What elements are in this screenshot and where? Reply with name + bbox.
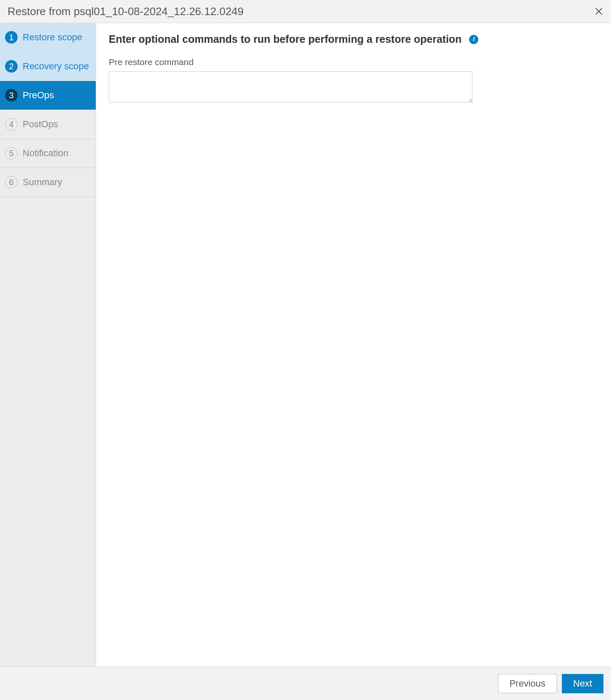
content-heading-row: Enter optional commands to run before pe… [109, 33, 598, 45]
dialog-header: Restore from psql01_10-08-2024_12.26.12.… [0, 0, 611, 23]
wizard-footer: Previous Next [0, 666, 611, 700]
step-label: Summary [23, 177, 62, 188]
pre-restore-command-label: Pre restore command [109, 57, 598, 67]
step-number-badge: 2 [5, 60, 18, 73]
dialog-title: Restore from psql01_10-08-2024_12.26.12.… [8, 5, 244, 18]
step-number-badge: 5 [5, 147, 18, 160]
step-number-badge: 1 [5, 31, 18, 44]
dialog-body: 1 Restore scope 2 Recovery scope 3 PreOp… [0, 23, 611, 666]
wizard-step-preops[interactable]: 3 PreOps [0, 81, 96, 110]
step-number-badge: 3 [5, 89, 18, 102]
step-number-badge: 4 [5, 118, 18, 131]
step-label: PreOps [23, 90, 54, 101]
close-icon[interactable] [594, 7, 603, 16]
info-icon[interactable]: i [469, 35, 478, 44]
step-label: Restore scope [23, 32, 82, 43]
next-button[interactable]: Next [562, 674, 603, 693]
pre-restore-command-input[interactable] [109, 71, 472, 102]
wizard-sidebar: 1 Restore scope 2 Recovery scope 3 PreOp… [0, 23, 96, 666]
wizard-step-restore-scope[interactable]: 1 Restore scope [0, 23, 96, 52]
content-heading: Enter optional commands to run before pe… [109, 33, 462, 45]
wizard-content-preops: Enter optional commands to run before pe… [96, 23, 611, 666]
step-label: Recovery scope [23, 61, 89, 72]
wizard-step-recovery-scope[interactable]: 2 Recovery scope [0, 52, 96, 81]
wizard-step-summary[interactable]: 6 Summary [0, 168, 96, 197]
wizard-step-notification[interactable]: 5 Notification [0, 139, 96, 168]
step-label: Notification [23, 148, 68, 159]
step-label: PostOps [23, 119, 58, 130]
previous-button[interactable]: Previous [498, 674, 557, 693]
step-number-badge: 6 [5, 176, 18, 189]
wizard-step-postops[interactable]: 4 PostOps [0, 110, 96, 139]
